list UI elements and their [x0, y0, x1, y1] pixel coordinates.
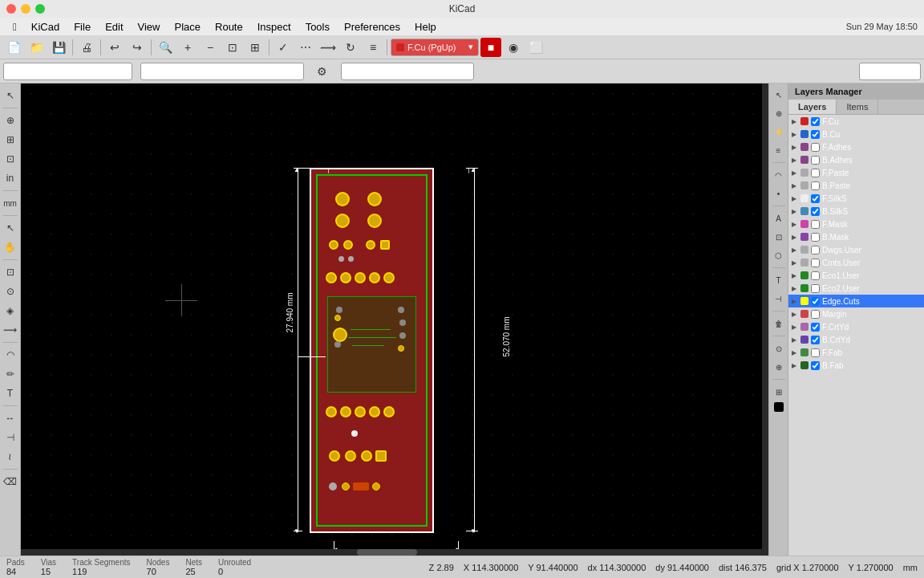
black-square-indicator[interactable] [774, 402, 784, 412]
layer-row-eco1-user[interactable]: ▶Eco1.User [788, 269, 924, 282]
place-netlabel[interactable]: A [771, 210, 787, 226]
text-tool[interactable]: T [2, 385, 19, 402]
zoom-out-button[interactable]: − [200, 38, 221, 57]
menu-route[interactable]: Route [209, 19, 249, 35]
measure-tool[interactable]: ⊞ [2, 131, 19, 149]
ruler-tool[interactable]: mm [2, 194, 19, 212]
maximize-button[interactable] [35, 4, 45, 14]
delete-items[interactable]: 🗑 [771, 315, 787, 332]
delete-tool[interactable]: ⌫ [2, 473, 19, 490]
layer-visibility-checkbox[interactable] [811, 233, 820, 242]
add-component[interactable]: ⊕ [771, 105, 787, 121]
layer-row-f-fab[interactable]: ▶F.Fab [788, 346, 924, 359]
redo-button[interactable]: ↪ [127, 38, 148, 57]
layer-visibility-checkbox[interactable] [811, 323, 820, 332]
track-tool[interactable]: ⟿ [2, 321, 19, 339]
menu-place[interactable]: Place [168, 19, 207, 35]
layer-row-f-cu[interactable]: ▶F.Cu [788, 115, 924, 128]
layer-row-margin[interactable]: ▶Margin [788, 307, 924, 320]
update-button[interactable]: ↻ [340, 38, 361, 57]
layer-visibility-checkbox[interactable] [811, 194, 820, 203]
place-junction[interactable]: • [771, 185, 787, 201]
layer-visibility-checkbox[interactable] [811, 143, 820, 152]
zoom-area-button[interactable]: ⊞ [245, 38, 265, 57]
pad-tool[interactable]: ⊙ [2, 283, 19, 300]
minimize-button[interactable] [21, 4, 30, 14]
layer-visibility-checkbox[interactable] [811, 271, 820, 280]
highlight-net[interactable]: ⊙ [771, 340, 787, 356]
layer-visibility-checkbox[interactable] [811, 130, 820, 139]
layer-visibility-checkbox[interactable] [811, 181, 820, 190]
tearline-tool[interactable]: ≀ [2, 448, 19, 466]
layer-visibility-checkbox[interactable] [811, 361, 820, 370]
layer-row-dwgs-user[interactable]: ▶Dwgs.User [788, 243, 924, 256]
save-button[interactable]: 💾 [48, 38, 69, 57]
select-tool[interactable]: ↖ [2, 87, 19, 104]
layer-visibility-checkbox[interactable] [811, 336, 820, 344]
via-selector[interactable]: Via: 0.80 / 0.40 mm (31.5 / 15.7 mils) ▾ [140, 63, 304, 80]
layer-visibility-checkbox[interactable] [811, 258, 820, 267]
zoom-fit-button[interactable]: ⊡ [222, 38, 243, 57]
highlight-button[interactable]: ◉ [503, 38, 524, 57]
pcb-board[interactable] [310, 168, 434, 533]
route-button[interactable]: ⟿ [318, 38, 338, 57]
layer-row-eco2-user[interactable]: ▶Eco2.User [788, 282, 924, 295]
ratsnest-button[interactable]: ⋯ [295, 38, 316, 57]
power-symbol[interactable]: ⚡ [771, 124, 787, 140]
draw-polygon[interactable]: ⬡ [771, 247, 787, 263]
layer-visibility-checkbox[interactable] [811, 284, 820, 293]
menu-view[interactable]: View [132, 19, 167, 35]
layer-row-b-fab[interactable]: ▶B.Fab [788, 359, 924, 372]
layer-row-f-adhes[interactable]: ▶F.Adhes [788, 140, 924, 153]
zoom-in-button[interactable]: + [177, 38, 198, 57]
layer-row-f-crtyd[interactable]: ▶F.CrtYd [788, 320, 924, 333]
footprint-tool[interactable]: ⊡ [2, 263, 19, 281]
copper-zone[interactable]: ◈ [2, 302, 19, 320]
layer-visibility-checkbox[interactable] [811, 156, 820, 165]
layer-row-b-cu[interactable]: ▶B.Cu [788, 128, 924, 140]
select-arrow[interactable]: ↖ [2, 219, 19, 237]
canvas[interactable]: ▲ ▼ 27.940 mm ▲ ▼ 52.070 mm ◄ ► 17.780 m… [21, 83, 768, 556]
arc-tool[interactable]: ◠ [2, 346, 19, 364]
open-button[interactable]: 📁 [26, 38, 47, 57]
pick-net[interactable]: ✋ [2, 238, 19, 256]
track-selector[interactable]: Track: 0.250 mm (9.84 mils) ▾ [3, 63, 132, 80]
place-text[interactable]: T [771, 272, 787, 288]
zoom-selector[interactable]: Zoom Auto ▾ [859, 63, 921, 80]
layer-row-b-silks[interactable]: ▶B.SilkS [788, 205, 924, 218]
layer-visibility-checkbox[interactable] [811, 169, 820, 177]
layer-row-cmts-user[interactable]: ▶Cmts.User [788, 256, 924, 269]
menu-apple[interactable]:  [6, 19, 23, 35]
h-scrollbar[interactable] [21, 549, 768, 556]
tab-layers[interactable]: Layers [788, 100, 837, 114]
inspect-tool[interactable]: ⊕ [2, 112, 19, 129]
layer-row-f-mask[interactable]: ▶F.Mask [788, 218, 924, 230]
new-button[interactable]: 📄 [3, 38, 24, 57]
menu-edit[interactable]: Edit [99, 19, 129, 35]
menu-help[interactable]: Help [408, 19, 443, 35]
layer-visibility-checkbox[interactable] [811, 348, 820, 357]
cursor-tool[interactable]: ↖ [771, 87, 787, 103]
undo-button[interactable]: ↩ [104, 38, 125, 57]
origin-tool[interactable]: ⊕ [771, 359, 787, 375]
local-ratsnest-tool[interactable]: ⊡ [2, 150, 19, 168]
layer-row-f-silks[interactable]: ▶F.SilkS [788, 192, 924, 205]
settings-button[interactable]: ⚙ [312, 62, 333, 81]
menu-kicad[interactable]: KiCad [25, 19, 66, 35]
search-button[interactable]: 🔍 [155, 38, 176, 57]
grid-selector[interactable]: Grid: 1.2700 mm (50.00 mils) ▾ [341, 63, 474, 80]
layer-row-b-adhes[interactable]: ▶B.Adhes [788, 153, 924, 166]
place-netflag[interactable]: ⊣ [771, 291, 787, 307]
place-power[interactable]: ⊡ [771, 229, 787, 245]
layer-row-edge-cuts[interactable]: ▶Edge.Cuts [788, 295, 924, 307]
menu-preferences[interactable]: Preferences [338, 19, 407, 35]
layer-row-f-paste[interactable]: ▶F.Paste [788, 166, 924, 179]
h-scroll-thumb[interactable] [357, 549, 417, 556]
close-button[interactable] [6, 4, 16, 14]
layer-color-button[interactable]: ■ [480, 38, 501, 57]
v-scrollbar[interactable] [762, 83, 768, 556]
add-wire[interactable]: ≡ [771, 142, 787, 158]
layer-align-tool[interactable]: ⊣ [2, 429, 19, 446]
layer-visibility-checkbox[interactable] [811, 297, 820, 306]
layer-visibility-checkbox[interactable] [811, 207, 820, 216]
